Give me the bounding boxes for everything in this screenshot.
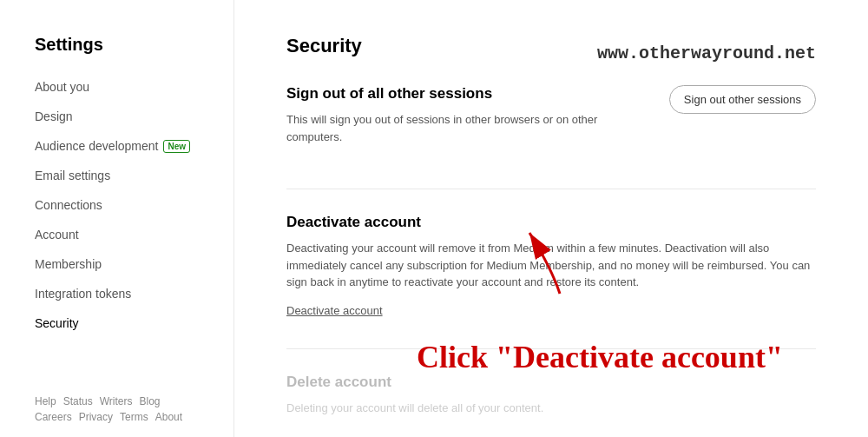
sidebar-item-label: Connections xyxy=(35,198,102,212)
sidebar-item-label: Integration tokens xyxy=(35,287,131,301)
footer-link-writers[interactable]: Writers xyxy=(100,395,133,407)
sidebar-nav: About you Design Audience development Ne… xyxy=(35,72,233,338)
sidebar-item-security[interactable]: Security xyxy=(35,308,233,338)
sign-out-sessions-title: Sign out of all other sessions xyxy=(286,85,635,103)
footer-link-status[interactable]: Status xyxy=(63,395,93,407)
sidebar-item-about-you[interactable]: About you xyxy=(35,72,233,102)
sidebar-item-label: Account xyxy=(35,228,79,242)
deactivate-account-section: Deactivate account Deactivating your acc… xyxy=(286,214,816,317)
footer-link-terms[interactable]: Terms xyxy=(120,411,148,423)
sidebar-item-connections[interactable]: Connections xyxy=(35,190,233,220)
divider-2 xyxy=(286,348,816,349)
new-badge: New xyxy=(163,140,190,153)
footer-link-privacy[interactable]: Privacy xyxy=(79,411,113,423)
sidebar-item-audience-development[interactable]: Audience development New xyxy=(35,131,233,161)
footer-link-careers[interactable]: Careers xyxy=(35,411,72,423)
footer-link-help[interactable]: Help xyxy=(35,395,56,407)
deactivate-account-link[interactable]: Deactivate account xyxy=(286,304,383,317)
sign-out-sessions-content: Sign out of all other sessions This will… xyxy=(286,85,669,157)
sidebar-item-integration-tokens[interactable]: Integration tokens xyxy=(35,279,233,308)
sidebar-item-label: Security xyxy=(35,316,79,330)
deactivate-account-desc: Deactivating your account will remove it… xyxy=(286,240,816,291)
sidebar-item-membership[interactable]: Membership xyxy=(35,249,233,279)
sidebar: Settings About you Design Audience devel… xyxy=(0,0,234,437)
sidebar-item-account[interactable]: Account xyxy=(35,220,233,249)
footer-link-about[interactable]: About xyxy=(155,411,182,423)
footer-row-1: Help Status Writers Blog xyxy=(35,395,233,407)
sidebar-item-label: Membership xyxy=(35,257,102,271)
footer-link-blog[interactable]: Blog xyxy=(140,395,161,407)
click-annotation: Click "Deactivate account" xyxy=(417,339,783,375)
deactivate-account-title: Deactivate account xyxy=(286,214,816,231)
divider-1 xyxy=(286,189,816,189)
delete-account-section: Delete account Deleting your account wil… xyxy=(286,374,816,417)
watermark: www.otherwayround.net xyxy=(597,43,816,63)
sidebar-item-label: About you xyxy=(35,80,89,94)
footer-row-2: Careers Privacy Terms About xyxy=(35,411,233,423)
sidebar-item-email-settings[interactable]: Email settings xyxy=(35,161,233,190)
sidebar-item-label: Design xyxy=(35,109,73,123)
main-content: www.otherwayround.net Security Sign out … xyxy=(234,0,868,437)
sign-out-sessions-section: Sign out of all other sessions This will… xyxy=(286,85,816,157)
sidebar-item-label: Audience development xyxy=(35,139,158,153)
delete-account-title: Delete account xyxy=(286,374,816,391)
sidebar-item-design[interactable]: Design xyxy=(35,102,233,131)
sign-out-sessions-desc: This will sign you out of sessions in ot… xyxy=(286,111,635,145)
sign-out-sessions-button[interactable]: Sign out other sessions xyxy=(669,85,816,114)
sidebar-item-label: Email settings xyxy=(35,169,110,182)
delete-account-desc: Deleting your account will delete all of… xyxy=(286,400,816,417)
settings-title: Settings xyxy=(35,35,233,55)
sidebar-footer: Help Status Writers Blog Careers Privacy… xyxy=(35,381,233,437)
